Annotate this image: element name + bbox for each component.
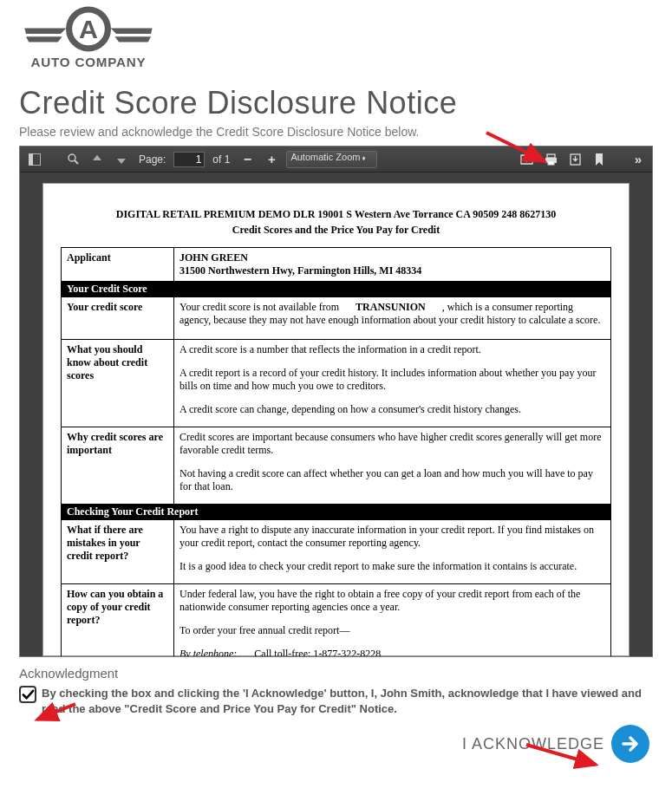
- acknowledge-checkbox[interactable]: [19, 686, 36, 703]
- download-icon[interactable]: [565, 150, 584, 169]
- next-page-icon[interactable]: [112, 150, 131, 169]
- zoom-out-icon[interactable]: −: [238, 150, 257, 169]
- page-title: Credit Score Disclosure Notice: [19, 85, 653, 121]
- svg-text:AUTO COMPANY: AUTO COMPANY: [30, 55, 146, 69]
- bookmark-icon[interactable]: [590, 150, 609, 169]
- section-header: Your Credit Score: [62, 282, 611, 297]
- page-input[interactable]: [173, 152, 205, 167]
- print-icon[interactable]: [541, 150, 560, 169]
- section-header: Checking Your Credit Report: [62, 505, 611, 520]
- svg-rect-4: [29, 153, 33, 166]
- page-label: Page:: [139, 153, 166, 166]
- table-row: What you should know about credit scores…: [62, 340, 611, 427]
- pdf-page: DIGITAL RETAIL PREMIUM DEMO DLR 19001 S …: [42, 183, 630, 656]
- page-of: of 1: [212, 153, 230, 166]
- applicant-value: JOHN GREEN 31500 Northwestern Hwy, Farmi…: [174, 248, 611, 282]
- svg-line-6: [75, 160, 78, 164]
- acknowledgment-section: Acknowledgment By checking the box and c…: [0, 666, 672, 763]
- brand-logo: A AUTO COMPANY: [19, 5, 653, 73]
- page-subtitle: Please review and acknowledge the Credit…: [19, 125, 653, 139]
- acknowledge-button-label: I ACKNOWLEDGE: [462, 735, 604, 753]
- pdf-viewer: Page: of 1 − + Automatic Zoom♦ »: [19, 146, 653, 657]
- pdf-toolbar: Page: of 1 − + Automatic Zoom♦ »: [20, 147, 652, 173]
- table-row: What if there are mistakes in your credi…: [62, 520, 611, 584]
- tools-icon[interactable]: »: [628, 150, 647, 169]
- pdf-scroll-area[interactable]: DIGITAL RETAIL PREMIUM DEMO DLR 19001 S …: [20, 173, 652, 656]
- table-row: How can you obtain a copy of your credit…: [62, 584, 611, 657]
- disclosure-table: Applicant JOHN GREEN 31500 Northwestern …: [61, 247, 611, 656]
- table-row: Why credit scores are important Credit s…: [62, 427, 611, 505]
- applicant-label: Applicant: [62, 248, 174, 282]
- prev-page-icon[interactable]: [88, 150, 107, 169]
- doc-header-2: Credit Scores and the Price You Pay for …: [61, 224, 611, 237]
- doc-header-1: DIGITAL RETAIL PREMIUM DEMO DLR 19001 S …: [61, 208, 611, 221]
- table-row: Applicant JOHN GREEN 31500 Northwestern …: [62, 248, 611, 282]
- zoom-select[interactable]: Automatic Zoom♦: [286, 151, 376, 168]
- svg-text:A: A: [79, 14, 98, 43]
- table-row: Your credit score Your credit score is n…: [62, 297, 611, 340]
- svg-point-5: [69, 154, 75, 161]
- open-file-icon[interactable]: [517, 150, 536, 169]
- svg-rect-9: [548, 161, 554, 165]
- svg-rect-7: [547, 154, 555, 158]
- acknowledge-button[interactable]: [611, 725, 649, 763]
- search-icon[interactable]: [63, 150, 82, 169]
- sidebar-toggle-icon[interactable]: [25, 150, 44, 169]
- zoom-in-icon[interactable]: +: [262, 150, 281, 169]
- acknowledgment-title: Acknowledgment: [19, 666, 653, 681]
- acknowledgment-text: By checking the box and clicking the 'I …: [42, 686, 653, 716]
